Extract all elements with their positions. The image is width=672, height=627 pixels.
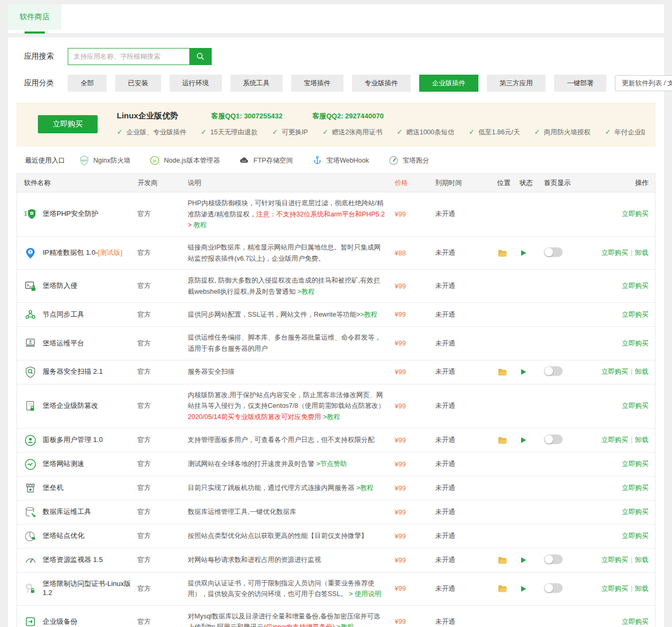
buy-now-link[interactable]: 立即购买 [602,556,628,564]
recent-entry-label: FTP存储空间 [253,156,293,165]
buy-now-link[interactable]: 立即购买 [602,249,628,256]
description-link[interactable]: 教程 [191,221,206,229]
buy-now-link[interactable]: 立即购买 [622,508,649,516]
actions-cell: 立即购买|卸载 [580,248,655,258]
check-icon: ✓ [605,128,611,136]
recent-entry-label: 宝塔WebHook [326,156,369,165]
description-link[interactable]: >教程 [356,484,373,492]
developer-cell: 官方 [138,339,188,348]
description-link[interactable]: > 使用说明 [349,590,381,598]
software-name: 堡垒机 [43,484,63,493]
recent-entry[interactable]: WAFNginx防火墙 [79,155,130,166]
description-cell: 原防提权, 防御大多数的入侵提权攻击造成的挂马和被挖矿,有效拦截webshell… [188,275,395,297]
buy-now-button[interactable]: 立即购买 [38,115,98,133]
app-search-input[interactable] [68,48,189,65]
play-icon[interactable] [519,249,527,257]
qq1-contact[interactable]: 客服QQ1: 3007255432 [208,111,283,121]
homepage-display-toggle[interactable] [544,554,563,564]
play-icon[interactable] [519,436,527,444]
buy-now-link[interactable]: 立即购买 [622,210,649,218]
expire-cell: 未开通 [435,367,497,376]
recent-entry[interactable]: jsNode.js版本管理器 [149,155,220,166]
folder-icon[interactable] [497,555,508,566]
search-button[interactable] [189,48,212,65]
buy-now-link[interactable]: 立即购买 [602,436,628,444]
check-icon: ✓ [469,128,475,136]
price-cell: ¥99 [395,283,435,290]
database-icon [24,506,38,519]
check-icon: ✓ [272,128,278,136]
description-text: (仅innodb支持增量备份) [263,623,334,627]
play-icon[interactable] [519,585,527,593]
table-row: IP精准数据包 1.0-[测试版]官方链接商业IP数据库，精准显示网站用户归属地… [17,236,655,269]
description-cell: 支持管理面板多用户，可查看各个用户日志，但不支持权限分配 [188,435,395,446]
folder-icon[interactable] [497,435,508,446]
recent-entry[interactable]: FTPFTP存储空间 [239,155,293,166]
developer-cell: 官方 [138,617,188,626]
category-button-8[interactable]: 第三方应用 [487,75,546,92]
category-button-4[interactable]: 系统工具 [230,75,283,92]
actions-cell: 立即购买|卸载 [580,436,655,445]
buy-now-link[interactable]: 立即购买 [622,402,649,409]
homepage-display-toggle[interactable] [544,583,563,593]
location-cell [497,248,519,259]
uninstall-link[interactable]: 卸载 [635,368,649,375]
category-button-3[interactable]: 运行环境 [170,75,222,92]
description-link[interactable]: >教程 [360,311,377,318]
recent-entry[interactable]: 宝塔WebHook [312,155,369,166]
actions-cell: 立即购买|卸载 [580,584,655,593]
folder-icon[interactable] [497,367,508,377]
buy-now-link[interactable]: 立即购买 [622,532,649,540]
status-cell [519,436,544,444]
description-link[interactable]: >教程 [298,288,315,295]
actions-cell: 立即购买|卸载 [580,556,655,565]
update-software-list-button[interactable]: 更新软件列表 / 支付状态 [615,75,672,91]
qq2-contact[interactable]: 客服QQ2: 2927440070 [309,111,384,121]
buy-now-link[interactable]: 立即购买 [622,484,649,492]
recent-entry[interactable]: 宝塔跑分 [388,155,429,166]
col-description: 说明 [188,178,395,189]
uninstall-link[interactable]: 卸载 [635,556,649,564]
play-icon[interactable] [519,556,527,564]
category-button-5[interactable]: 宝塔插件 [291,75,343,92]
table-row: 堡垒机官方目前只实现了跳板机功能，通过代理方式连接内网服务器 >教程¥99未开通… [17,476,655,500]
uninstall-link[interactable]: 卸载 [635,436,649,444]
folder-icon[interactable] [497,583,508,594]
software-name: 服务器安全扫描 2.1 [43,367,103,376]
expire-cell: 未开通 [435,401,497,411]
description-text: 2020/05/14前买专业版或防篡改可对应免费用 [188,413,321,421]
check-icon: ✓ [534,128,540,136]
buy-now-link[interactable]: 立即购买 [622,618,649,625]
category-button-7[interactable]: 企业版插件 [419,75,478,92]
uninstall-link[interactable]: 卸载 [635,249,649,256]
description-cell: 提供运维任务编排、脚本库、多台服务器批量运维、命令群发等，适用于有多台服务器的用… [188,332,395,354]
table-row: 堡塔PHP安全防护官方PHP内核级防御模块，可针对项目进行底层过滤，彻底杜绝跨站… [17,192,655,236]
description-link[interactable]: >节点赞助 [316,460,347,468]
site-optimize-icon [24,530,38,543]
description-cell: PHP内核级防御模块，可针对项目进行底层过滤，彻底杜绝跨站/精准防渗透/精准防提… [188,198,395,231]
developer-cell: 官方 [138,248,188,258]
buy-now-link[interactable]: 立即购买 [622,282,649,290]
play-icon[interactable] [519,368,527,376]
developer-cell: 官方 [138,532,188,541]
buy-now-link[interactable]: 立即购买 [602,368,628,375]
category-button-6[interactable]: 专业版插件 [352,75,411,92]
description-link[interactable]: >教程 [335,623,354,627]
folder-icon[interactable] [497,248,508,259]
homepage-display-toggle[interactable] [544,247,563,257]
homepage-display-toggle[interactable] [544,366,563,376]
homepage-display-toggle[interactable] [544,435,563,444]
category-button-9[interactable]: 一键部署 [554,75,606,92]
tab-software-store[interactable]: 软件商店 [8,4,61,30]
uninstall-link[interactable]: 卸载 [635,585,649,592]
category-button-1[interactable]: 全部 [68,75,107,92]
buy-now-link[interactable]: 立即购买 [622,340,649,347]
expire-cell: 未开通 [435,460,497,469]
buy-now-link[interactable]: 立即购买 [622,311,649,318]
nodes-icon [24,308,38,321]
toggle-knob [545,555,553,564]
buy-now-link[interactable]: 立即购买 [602,585,628,592]
buy-now-link[interactable]: 立即购买 [622,460,649,468]
category-button-2[interactable]: 已安装 [115,75,161,92]
description-link[interactable]: >教程 [321,413,340,421]
